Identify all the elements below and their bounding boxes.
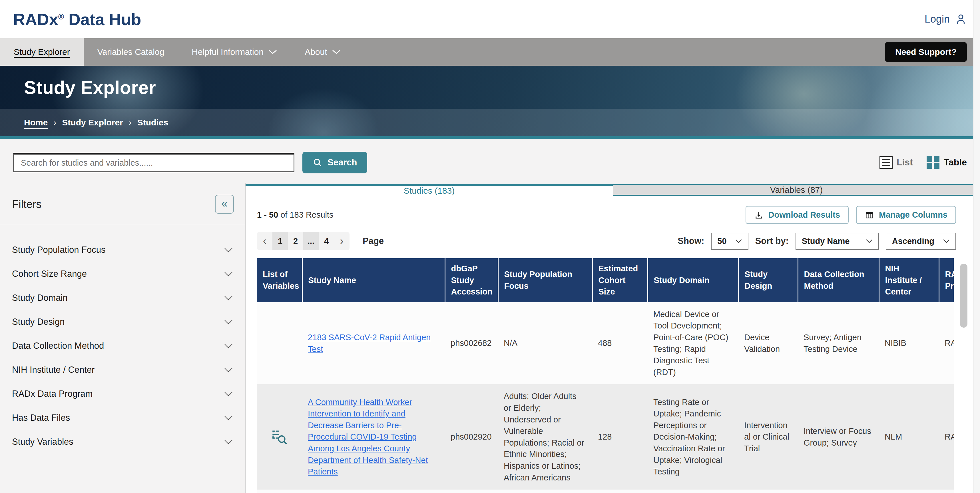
show-select[interactable]: 50 bbox=[711, 233, 748, 250]
hero-banner: Study Explorer Home › Study Explorer › S… bbox=[0, 66, 980, 139]
filter-label: Study Variables bbox=[12, 437, 73, 447]
col-header-study-domain: Study Domain bbox=[648, 258, 738, 302]
results-tabs: Studies (183) Variables (87) bbox=[246, 184, 980, 196]
need-support-button[interactable]: Need Support? bbox=[885, 42, 967, 62]
pagination-next-button[interactable]: › bbox=[334, 232, 350, 250]
pagination-ellipsis: ... bbox=[303, 232, 319, 250]
nav-item-about[interactable]: About bbox=[291, 38, 354, 66]
search-input[interactable] bbox=[13, 153, 294, 172]
tab-studies[interactable]: Studies (183) bbox=[246, 184, 613, 196]
filter-cohort-size-range[interactable]: Cohort Size Range bbox=[0, 262, 245, 286]
nav-item-study-explorer[interactable]: Study Explorer bbox=[0, 38, 84, 66]
study-name-link[interactable]: A Community Health Worker Intervention t… bbox=[308, 398, 428, 476]
radx-data-hub-logo[interactable]: RADx® Data Hub bbox=[13, 10, 142, 29]
studies-table: List of Variables Study Name dbGaP Study… bbox=[257, 258, 954, 493]
pagination-page-label: Page bbox=[363, 236, 384, 246]
table-view-icon bbox=[927, 156, 940, 169]
list-view-label: List bbox=[897, 157, 913, 168]
sort-direction-select[interactable]: Ascending bbox=[886, 233, 956, 250]
col-header-list-of-variables: List of Variables bbox=[257, 258, 302, 302]
cell-accession: phs002682 bbox=[445, 302, 498, 385]
table-row: A Community-Led Approach to Enhance COVI… bbox=[257, 490, 954, 493]
filter-study-design[interactable]: Study Design bbox=[0, 310, 245, 334]
search-section: Search List Table bbox=[0, 139, 980, 183]
results-count-total: of 183 Results bbox=[278, 210, 333, 219]
filter-label: Study Domain bbox=[12, 293, 68, 303]
cell-design: Interventional or Clinical Trial bbox=[738, 384, 798, 490]
show-select-value: 50 bbox=[717, 237, 726, 246]
chevron-down-icon bbox=[224, 367, 233, 372]
chevron-down-icon bbox=[224, 320, 233, 324]
chevron-down-icon bbox=[332, 49, 341, 54]
col-header-dbgap-accession: dbGaP Study Accession bbox=[445, 258, 498, 302]
filter-label: NIH Institute / Center bbox=[12, 365, 94, 375]
sort-direction-value: Ascending bbox=[892, 237, 934, 246]
show-label: Show: bbox=[678, 236, 704, 246]
nav-label: Helpful Information bbox=[192, 47, 264, 57]
pagination-page-4[interactable]: 4 bbox=[319, 232, 334, 250]
sort-field-select[interactable]: Study Name bbox=[795, 233, 879, 250]
cell-variables-icon bbox=[257, 302, 302, 385]
studies-table-wrap: List of Variables Study Name dbGaP Study… bbox=[257, 258, 954, 493]
table-scrollbar-thumb[interactable] bbox=[960, 264, 967, 328]
list-view-toggle[interactable]: List bbox=[880, 156, 913, 169]
study-name-link[interactable]: 2183 SARS-CoV-2 Rapid Antigen Test bbox=[308, 333, 431, 354]
cell-cohort: 4312 bbox=[592, 490, 648, 493]
list-of-variables-icon[interactable] bbox=[271, 429, 288, 445]
download-results-button[interactable]: Download Results bbox=[746, 206, 849, 224]
breadcrumb-study-explorer[interactable]: Study Explorer bbox=[62, 118, 123, 127]
filter-nih-institute-center[interactable]: NIH Institute / Center bbox=[0, 358, 245, 382]
filter-label: Study Population Focus bbox=[12, 245, 105, 255]
col-header-data-collection-method: Data Collection Method bbox=[798, 258, 879, 302]
filter-label: Cohort Size Range bbox=[12, 269, 87, 279]
chevron-down-icon bbox=[224, 440, 233, 444]
pagination-page-1[interactable]: 1 bbox=[272, 232, 288, 250]
table-view-toggle[interactable]: Table bbox=[927, 156, 967, 169]
login-link[interactable]: Login bbox=[924, 13, 950, 25]
cell-variables-icon bbox=[257, 490, 302, 493]
filter-label: Study Design bbox=[12, 317, 65, 327]
cell-program: RADx bbox=[939, 490, 954, 493]
filter-label: Data Collection Method bbox=[12, 341, 104, 351]
chevron-down-icon bbox=[224, 296, 233, 301]
collapse-sidebar-button[interactable]: « bbox=[215, 195, 234, 214]
cell-method: Survey; Interview or Focus Group bbox=[798, 490, 879, 493]
filter-study-domain[interactable]: Study Domain bbox=[0, 286, 245, 310]
columns-icon bbox=[865, 210, 874, 219]
col-header-radx-program: RADx Pro bbox=[939, 258, 954, 302]
cell-cohort: 128 bbox=[592, 384, 648, 490]
table-row: A Community Health Worker Intervention t… bbox=[257, 384, 954, 490]
filter-study-variables[interactable]: Study Variables bbox=[0, 430, 245, 454]
pagination-prev-button[interactable]: ‹ bbox=[257, 232, 272, 250]
nav-item-helpful-information[interactable]: Helpful Information bbox=[178, 38, 291, 66]
results-count: 1 - 50 of 183 Results bbox=[257, 210, 334, 219]
search-button[interactable]: Search bbox=[302, 152, 367, 173]
nav-label: Study Explorer bbox=[14, 47, 70, 57]
filters-title: Filters bbox=[12, 198, 41, 210]
breadcrumb-home[interactable]: Home bbox=[24, 118, 48, 127]
cell-cohort: 488 bbox=[592, 302, 648, 385]
download-icon bbox=[754, 210, 763, 219]
filter-study-population-focus[interactable]: Study Population Focus bbox=[0, 238, 245, 262]
pagination-page-2[interactable]: 2 bbox=[288, 232, 303, 250]
breadcrumb-studies: Studies bbox=[137, 118, 168, 127]
cell-domain: Social Determinants of Health; Diagnosti… bbox=[648, 490, 738, 493]
cell-population: Adults; Older Adults or Elderly; Underse… bbox=[498, 384, 592, 490]
filter-has-data-files[interactable]: Has Data Files bbox=[0, 406, 245, 430]
tab-variables[interactable]: Variables (87) bbox=[613, 184, 980, 196]
breadcrumb: Home › Study Explorer › Studies bbox=[0, 109, 980, 136]
chevron-down-icon bbox=[224, 272, 233, 277]
cell-method: Interview or Focus Group; Survey bbox=[798, 384, 879, 490]
manage-columns-button[interactable]: Manage Columns bbox=[856, 206, 956, 224]
nav-item-variables-catalog[interactable]: Variables Catalog bbox=[84, 38, 178, 66]
page-scrollbar[interactable] bbox=[973, 0, 980, 493]
filter-radx-data-program[interactable]: RADx Data Program bbox=[0, 382, 245, 406]
logo-suffix: Data Hub bbox=[64, 10, 142, 29]
nav-label: About bbox=[305, 47, 327, 57]
download-results-label: Download Results bbox=[768, 210, 840, 219]
user-icon[interactable] bbox=[955, 13, 967, 25]
col-header-population-focus: Study Population Focus bbox=[498, 258, 592, 302]
filter-data-collection-method[interactable]: Data Collection Method bbox=[0, 334, 245, 358]
search-button-label: Search bbox=[328, 157, 357, 168]
cell-domain: Medical Device or Tool Development; Poin… bbox=[648, 302, 738, 385]
